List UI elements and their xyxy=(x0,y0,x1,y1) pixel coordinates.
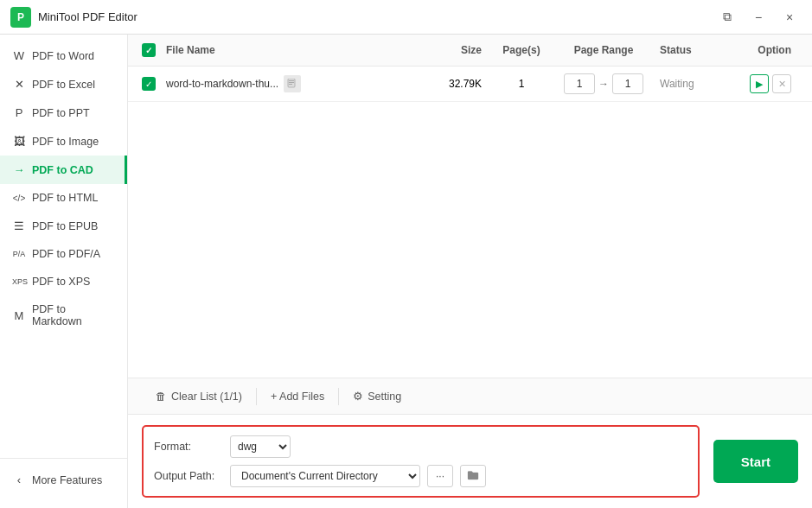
excel-icon: ✕ xyxy=(12,78,26,91)
row-checkbox-col: ✓ xyxy=(142,77,166,91)
sidebar-label-pdf-to-pdfa: PDF to PDF/A xyxy=(32,248,100,260)
title-bar: P MiniTool PDF Editor ⧉ − × xyxy=(0,0,812,35)
sidebar-item-pdf-to-word[interactable]: W PDF to Word xyxy=(0,41,127,70)
sidebar-label-pdf-to-markdown: PDF to Markdown xyxy=(32,303,115,327)
dots-button[interactable]: ··· xyxy=(427,465,453,487)
page-to-input[interactable] xyxy=(612,73,643,94)
markdown-icon: M xyxy=(12,309,26,322)
sidebar-label-pdf-to-ppt: PDF to PPT xyxy=(32,107,90,119)
row-checkbox[interactable]: ✓ xyxy=(142,77,156,91)
row-page-range: → xyxy=(547,73,660,94)
more-features-item[interactable]: ‹ More Features xyxy=(0,466,127,494)
folder-button[interactable] xyxy=(460,465,486,487)
row-status: Waiting xyxy=(660,78,729,90)
sidebar-label-pdf-to-excel: PDF to Excel xyxy=(32,79,95,91)
sidebar-bottom: ‹ More Features xyxy=(0,458,127,501)
clear-list-label: Clear List (1/1) xyxy=(171,391,242,403)
sidebar-item-pdf-to-html[interactable]: </> PDF to HTML xyxy=(0,184,127,212)
epub-icon: ☰ xyxy=(12,219,26,232)
sidebar-label-pdf-to-word: PDF to Word xyxy=(32,50,94,62)
format-row: Format: dwg dxf xyxy=(154,435,687,458)
ppt-icon: P xyxy=(12,106,26,119)
folder-icon xyxy=(467,469,479,484)
status-badge: Waiting xyxy=(660,78,694,90)
sidebar-label-pdf-to-epub: PDF to EPUB xyxy=(32,220,98,232)
image-icon: 🖼 xyxy=(12,135,26,148)
row-options: ▶ ✕ xyxy=(729,74,798,93)
sidebar-item-pdf-to-ppt[interactable]: P PDF to PPT xyxy=(0,98,127,127)
file-thumbnail-icon xyxy=(284,75,301,92)
format-select[interactable]: dwg dxf xyxy=(230,435,291,458)
play-button[interactable]: ▶ xyxy=(750,74,769,93)
sidebar-label-pdf-to-xps: PDF to XPS xyxy=(32,276,90,288)
svg-rect-1 xyxy=(289,80,294,81)
header-filename: File Name xyxy=(166,44,435,56)
sidebar-label-pdf-to-html: PDF to HTML xyxy=(32,192,98,204)
more-features-label: More Features xyxy=(32,474,102,486)
table-toolbar: 🗑 Clear List (1/1) + Add Files ⚙ Setting xyxy=(128,378,812,415)
app-title: MiniTool PDF Editor xyxy=(38,10,715,23)
cad-icon: → xyxy=(12,163,26,176)
select-all-checkbox[interactable]: ✓ xyxy=(142,43,156,57)
add-files-button[interactable]: + Add Files xyxy=(257,386,338,407)
header-size: Size xyxy=(435,44,496,56)
sidebar-item-pdf-to-excel[interactable]: ✕ PDF to Excel xyxy=(0,70,127,98)
word-icon: W xyxy=(12,49,26,62)
gear-icon: ⚙ xyxy=(353,390,363,403)
start-label: Start xyxy=(741,454,770,469)
delete-button[interactable]: ✕ xyxy=(772,74,791,93)
sidebar-label-pdf-to-cad: PDF to CAD xyxy=(32,164,93,176)
format-label: Format: xyxy=(154,441,223,453)
content-area: ✓ File Name Size Page(s) Page Range Stat… xyxy=(128,35,812,508)
row-filename: word-to-markdown-thu... xyxy=(166,78,278,90)
app-body: W PDF to Word ✕ PDF to Excel P PDF to PP… xyxy=(0,35,812,508)
output-path-row: Output Path: Document's Current Director… xyxy=(154,465,687,487)
page-range-separator: → xyxy=(598,78,609,90)
xps-icon: XPS xyxy=(12,277,26,286)
trash-icon: 🗑 xyxy=(156,391,167,403)
header-page-range: Page Range xyxy=(547,44,660,56)
header-checkbox-col: ✓ xyxy=(142,43,166,57)
row-filename-cell: word-to-markdown-thu... xyxy=(166,75,435,92)
setting-button[interactable]: ⚙ Setting xyxy=(339,385,415,407)
table-header: ✓ File Name Size Page(s) Page Range Stat… xyxy=(128,35,812,67)
bottom-options: Format: dwg dxf Output Path: Document's … xyxy=(128,415,812,508)
chevron-left-icon: ‹ xyxy=(12,473,26,486)
header-pages: Page(s) xyxy=(496,44,547,56)
restore-button[interactable]: ⧉ xyxy=(715,5,739,29)
pdfa-icon: P/A xyxy=(12,250,26,258)
app-logo: P xyxy=(10,7,31,28)
table-body: ✓ word-to-markdown-thu... xyxy=(128,67,812,378)
header-status: Status xyxy=(660,44,729,56)
row-pages: 1 xyxy=(496,78,547,90)
window-controls: ⧉ − × xyxy=(715,5,802,29)
dots-icon: ··· xyxy=(436,470,444,482)
close-button[interactable]: × xyxy=(777,5,802,29)
sidebar-item-pdf-to-image[interactable]: 🖼 PDF to Image xyxy=(0,127,127,156)
svg-rect-2 xyxy=(289,82,294,83)
sidebar: W PDF to Word ✕ PDF to Excel P PDF to PP… xyxy=(0,35,128,508)
start-button[interactable]: Start xyxy=(713,440,798,483)
page-from-input[interactable] xyxy=(564,73,595,94)
table-row: ✓ word-to-markdown-thu... xyxy=(128,67,812,102)
sidebar-item-pdf-to-cad[interactable]: → PDF to CAD xyxy=(0,156,127,184)
sidebar-item-pdf-to-markdown[interactable]: M PDF to Markdown xyxy=(0,295,127,335)
output-path-label: Output Path: xyxy=(154,470,223,482)
sidebar-item-pdf-to-xps[interactable]: XPS PDF to XPS xyxy=(0,268,127,295)
sidebar-label-pdf-to-image: PDF to Image xyxy=(32,136,99,148)
row-size: 32.79K xyxy=(435,78,496,90)
html-icon: </> xyxy=(12,194,26,203)
setting-label: Setting xyxy=(368,391,401,403)
sidebar-item-pdf-to-epub[interactable]: ☰ PDF to EPUB xyxy=(0,212,127,240)
output-path-select[interactable]: Document's Current Directory xyxy=(230,465,420,487)
options-form: Format: dwg dxf Output Path: Document's … xyxy=(142,425,700,498)
header-option: Option xyxy=(729,44,798,56)
clear-list-button[interactable]: 🗑 Clear List (1/1) xyxy=(142,386,256,407)
svg-rect-3 xyxy=(289,84,292,85)
file-table: ✓ File Name Size Page(s) Page Range Stat… xyxy=(128,35,812,415)
minimize-button[interactable]: − xyxy=(746,5,770,29)
sidebar-item-pdf-to-pdfa[interactable]: P/A PDF to PDF/A xyxy=(0,240,127,268)
add-files-label: + Add Files xyxy=(271,391,324,403)
